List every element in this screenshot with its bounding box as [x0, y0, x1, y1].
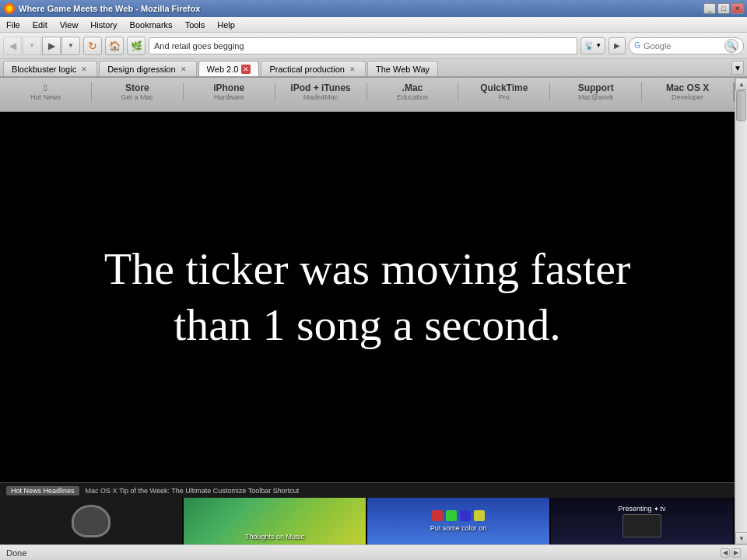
- minimize-button[interactable]: _: [703, 3, 716, 14]
- close-button[interactable]: ✕: [731, 3, 744, 14]
- forward-dropdown[interactable]: ▼: [61, 37, 80, 55]
- ticker-text: Mac OS X Tip of the Week: The Ultimate C…: [86, 487, 300, 495]
- apple-nav-inner:  Hot News Store Get a Mac iPhone Hardwa…: [0, 82, 735, 101]
- apple-nav-ipod[interactable]: iPod + iTunes Made4Mac: [275, 82, 367, 101]
- thumbnail-music[interactable]: Thoughts on Music: [184, 498, 367, 544]
- tab-design[interactable]: Design digression ✕: [99, 61, 196, 76]
- tab-close-practical[interactable]: ✕: [348, 65, 357, 74]
- apple-nav-store[interactable]: Store Get a Mac: [92, 82, 184, 101]
- tab-close-web20[interactable]: ✕: [241, 65, 251, 74]
- title-bar: Where Game Meets the Web - Mozilla Firef…: [0, 0, 747, 17]
- thumbnail-strip: Thoughts on Music Put some color on: [0, 498, 735, 544]
- firefox-window: Where Game Meets the Web - Mozilla Firef…: [0, 0, 747, 560]
- tab-webway[interactable]: The Web Way: [367, 61, 438, 76]
- bottom-ticker: Hot News Headlines Mac OS X Tip of the W…: [0, 482, 735, 498]
- thumb-bg-color: Put some color on: [367, 498, 549, 544]
- search-container[interactable]: G 🔍: [629, 37, 744, 54]
- menu-help[interactable]: Help: [214, 20, 238, 30]
- slide-area: The ticker was moving faster than 1 song…: [0, 112, 735, 482]
- rss-dropdown: ▼: [595, 42, 601, 49]
- rss-icon: 📡: [584, 41, 594, 50]
- content-area:  Hot News Store Get a Mac iPhone Hardwa…: [0, 78, 747, 544]
- go-button[interactable]: ▶: [608, 37, 626, 54]
- scroll-down-arrow[interactable]: ▼: [735, 532, 747, 544]
- forward-button[interactable]: ▶: [42, 37, 61, 55]
- thumbnail-tv[interactable]: Presenting ✦ tv: [551, 498, 735, 544]
- scroll-arrows-bottom: ◀ ▶: [721, 548, 741, 558]
- apple-nav-macosx[interactable]: Mac OS X Developer: [642, 82, 734, 101]
- tab-blockbuster[interactable]: Blockbuster logic ✕: [3, 61, 97, 76]
- search-input[interactable]: [644, 41, 721, 51]
- menu-bookmarks[interactable]: Bookmarks: [127, 20, 176, 30]
- status-bar: Done ◀ ▶: [0, 544, 747, 560]
- title-bar-left: Where Game Meets the Web - Mozilla Firef…: [3, 2, 200, 15]
- back-dropdown[interactable]: ▼: [23, 37, 41, 55]
- window-title: Where Game Meets the Web - Mozilla Firef…: [19, 4, 200, 13]
- back-button[interactable]: ◀: [3, 37, 22, 55]
- menu-history[interactable]: History: [87, 20, 120, 30]
- tab-practical[interactable]: Practical production ✕: [261, 61, 366, 76]
- apple-nav-dotmac[interactable]: .Mac Education: [367, 82, 459, 101]
- nav-toolbar: ◀ ▼ ▶ ▼ ↻ 🏠 🌿 And retail goes begging 📡 …: [0, 33, 747, 59]
- apple-nav-quicktime[interactable]: QuickTime Pro: [458, 82, 550, 101]
- tabs-bar: Blockbuster logic ✕ Design digression ✕ …: [0, 59, 747, 78]
- apple-nav-iphone[interactable]: iPhone Hardware: [184, 82, 275, 101]
- google-icon: G: [634, 41, 640, 50]
- address-bar[interactable]: And retail goes begging: [149, 37, 577, 54]
- menu-edit[interactable]: Edit: [30, 20, 51, 30]
- menu-bar: File Edit View History Bookmarks Tools H…: [0, 17, 747, 33]
- browser-content:  Hot News Store Get a Mac iPhone Hardwa…: [0, 78, 735, 544]
- scrollbar-right: ▲ ▼: [735, 78, 747, 544]
- thumb-bg-music: Thoughts on Music: [184, 498, 366, 544]
- scroll-thumb[interactable]: [736, 90, 746, 121]
- stop-button[interactable]: 🏠: [105, 37, 124, 55]
- apple-nav-support[interactable]: Support Mac@work: [550, 82, 642, 101]
- thumbnail-color[interactable]: Put some color on: [367, 498, 551, 544]
- thumbnail-phone[interactable]: [0, 498, 184, 544]
- apple-nav-apple[interactable]:  Hot News: [0, 82, 92, 101]
- address-bar-container: And retail goes begging 📡 ▼ ▶: [149, 37, 626, 54]
- scroll-track[interactable]: [735, 90, 747, 532]
- window-controls: _ □ ✕: [703, 3, 744, 14]
- menu-view[interactable]: View: [57, 20, 82, 30]
- maximize-button[interactable]: □: [717, 3, 730, 14]
- thumb-bg-phone: [0, 498, 182, 544]
- thumb-label-color: Put some color on: [430, 524, 487, 532]
- scroll-up-arrow[interactable]: ▲: [735, 78, 747, 90]
- status-right: ◀ ▶: [721, 548, 741, 558]
- scroll-left-arrow[interactable]: ◀: [721, 548, 730, 558]
- home-button[interactable]: 🌿: [127, 37, 146, 55]
- ticker-label-1: Hot News Headlines: [6, 486, 79, 495]
- svg-point-1: [6, 5, 12, 12]
- tab-web20[interactable]: Web 2.0 ✕: [198, 61, 260, 76]
- thumb-bg-tv: Presenting ✦ tv: [551, 498, 733, 544]
- firefox-icon: [3, 2, 16, 15]
- thumb-label-music: Thoughts on Music: [245, 533, 304, 541]
- search-button[interactable]: 🔍: [724, 39, 738, 53]
- tab-close-design[interactable]: ✕: [179, 65, 188, 74]
- tab-close-blockbuster[interactable]: ✕: [79, 65, 89, 74]
- address-text: And retail goes begging: [154, 41, 244, 51]
- menu-file[interactable]: File: [3, 20, 23, 30]
- scroll-right-arrow[interactable]: ▶: [731, 548, 741, 558]
- apple-nav:  Hot News Store Get a Mac iPhone Hardwa…: [0, 78, 735, 112]
- back-forward-group: ◀ ▼ ▶ ▼: [3, 37, 80, 55]
- status-text: Done: [6, 548, 26, 558]
- rss-button[interactable]: 📡 ▼: [580, 37, 605, 54]
- slide-text: The ticker was moving faster than 1 song…: [48, 210, 686, 385]
- apple-logo: : [44, 82, 47, 93]
- menu-tools[interactable]: Tools: [182, 20, 209, 30]
- tabs-overflow-arrow[interactable]: ▼: [731, 61, 744, 75]
- reload-button[interactable]: ↻: [83, 37, 102, 55]
